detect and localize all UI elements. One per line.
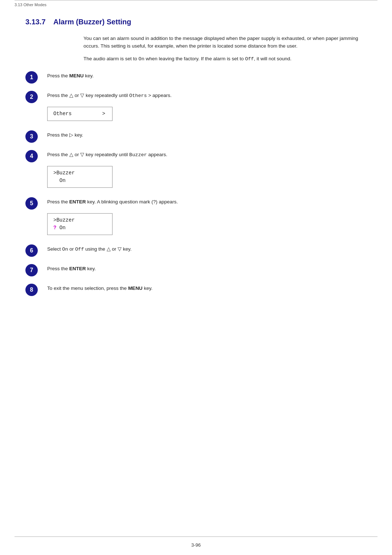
step-5-number: 5 bbox=[25, 197, 47, 210]
step-6-on: On bbox=[62, 247, 68, 252]
lcd-4-line-2: On bbox=[53, 177, 106, 185]
step-1-circle: 1 bbox=[25, 71, 38, 84]
step-3-row: 3 Press the ▷ key. bbox=[25, 130, 367, 143]
step-4-content: Press the △ or ▽ key repeatedly until Bu… bbox=[47, 149, 367, 159]
step-1-row: 1 Press the MENU key. bbox=[25, 70, 367, 84]
step-5-row: 5 Press the ENTER key. A blinking questi… bbox=[25, 197, 367, 210]
step-4-buzzer: Buzzer bbox=[129, 152, 147, 158]
lcd-box-2: Others > bbox=[47, 107, 113, 121]
step-4-number: 4 bbox=[25, 149, 47, 162]
intro-paragraph-2: The audio alarm is set to On when leavin… bbox=[83, 55, 367, 63]
step-6-circle: 6 bbox=[25, 244, 38, 257]
lcd-box-5: >Buzzer ? On bbox=[47, 213, 113, 235]
step-5-content: Press the ENTER key. A blinking question… bbox=[47, 197, 367, 206]
step-3-number: 3 bbox=[25, 130, 47, 143]
intro-paragraph-1: You can set an alarm sound in addition t… bbox=[83, 35, 367, 50]
section-number: 3.13.7 bbox=[25, 18, 46, 26]
step-2-circle: 2 bbox=[25, 91, 38, 103]
step-5-circle: 5 bbox=[25, 197, 38, 210]
step-4-row: 4 Press the △ or ▽ key repeatedly until … bbox=[25, 149, 367, 162]
step-7-content: Press the ENTER key. bbox=[47, 263, 367, 273]
step-6-row: 6 Select On or Off using the △ or ▽ key. bbox=[25, 244, 367, 257]
top-rule bbox=[15, 0, 377, 3]
step-7-number: 7 bbox=[25, 263, 47, 276]
page: 3.13 Other Modes 3.13.7 Alarm (Buzzer) S… bbox=[0, 0, 392, 555]
step-8-key: MENU bbox=[128, 285, 143, 291]
step-8-content: To exit the menu selection, press the ME… bbox=[47, 283, 367, 292]
page-number: 3-96 bbox=[0, 542, 392, 548]
lcd-2-line-1: Others > bbox=[53, 110, 106, 118]
blink-cursor: ? bbox=[53, 225, 56, 231]
off-text: Off bbox=[245, 56, 254, 62]
content-area: 3.13.7 Alarm (Buzzer) Setting You can se… bbox=[0, 7, 392, 324]
step-1-key: MENU bbox=[69, 73, 84, 78]
step-2-content: Press the △ or ▽ key repeatedly until Ot… bbox=[47, 90, 367, 100]
lcd-box-4: >Buzzer On bbox=[47, 166, 113, 188]
step-4-lcd: >Buzzer On bbox=[47, 164, 367, 190]
step-2-number: 2 bbox=[25, 90, 47, 103]
step-6-content: Select On or Off using the △ or ▽ key. bbox=[47, 244, 367, 254]
step-1-content: Press the MENU key. bbox=[47, 70, 367, 80]
step-3-circle: 3 bbox=[25, 130, 38, 143]
step-7-key: ENTER bbox=[69, 266, 86, 271]
step-3-content: Press the ▷ key. bbox=[47, 130, 367, 139]
breadcrumb: 3.13 Other Modes bbox=[0, 3, 392, 7]
step-5-lcd: >Buzzer ? On bbox=[47, 211, 367, 237]
on-text: On bbox=[139, 56, 144, 62]
lcd-5-line-2: ? On bbox=[53, 224, 106, 232]
step-8-number: 8 bbox=[25, 283, 47, 296]
step-6-off: Off bbox=[75, 247, 84, 252]
step-2-others: Others bbox=[129, 93, 147, 98]
bottom-rule bbox=[15, 536, 377, 537]
step-2-lcd: Others > bbox=[47, 105, 367, 123]
step-2-row: 2 Press the △ or ▽ key repeatedly until … bbox=[25, 90, 367, 103]
lcd-5-line-1: >Buzzer bbox=[53, 216, 106, 224]
lcd-4-line-1: >Buzzer bbox=[53, 169, 106, 177]
step-6-number: 6 bbox=[25, 244, 47, 257]
step-8-row: 8 To exit the menu selection, press the … bbox=[25, 283, 367, 296]
section-title: 3.13.7 Alarm (Buzzer) Setting bbox=[25, 18, 367, 26]
step-7-circle: 7 bbox=[25, 264, 38, 276]
steps-area: 1 Press the MENU key. 2 Press the △ or ▽… bbox=[25, 70, 367, 296]
step-5-key: ENTER bbox=[69, 199, 86, 204]
step-8-circle: 8 bbox=[25, 284, 38, 296]
step-7-row: 7 Press the ENTER key. bbox=[25, 263, 367, 276]
step-4-circle: 4 bbox=[25, 150, 38, 162]
step-1-number: 1 bbox=[25, 70, 47, 84]
section-heading: Alarm (Buzzer) Setting bbox=[53, 18, 131, 26]
